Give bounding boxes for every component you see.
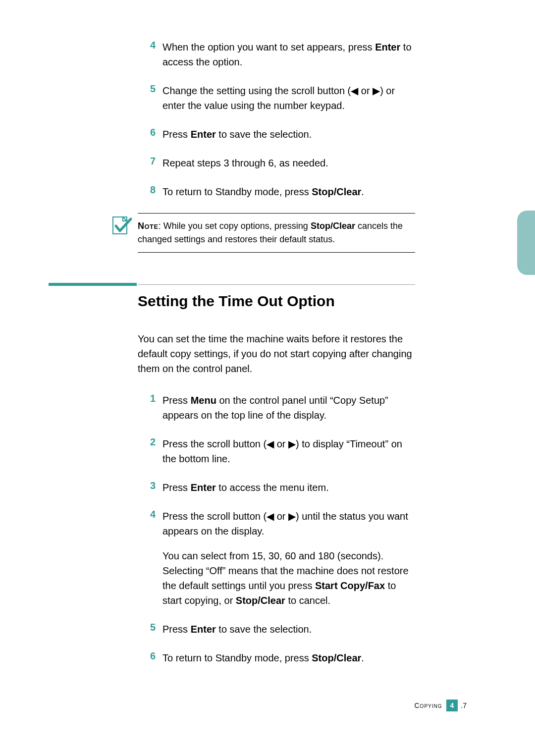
step-number: 6	[138, 650, 162, 665]
step-text: Press Enter to save the selection.	[162, 127, 415, 142]
note-body: : While you set copy options, pressing S…	[138, 221, 403, 244]
step-text: Press Enter to access the menu item.	[162, 480, 415, 495]
step-number: 7	[138, 156, 162, 170]
step-text: Repeat steps 3 through 6, as needed.	[162, 156, 415, 170]
note-label: Note	[138, 221, 159, 231]
intro-paragraph: You can set the time the machine waits b…	[138, 331, 415, 376]
step-text: Press Enter to save the selection.	[162, 622, 415, 637]
step-number: 3	[138, 480, 162, 495]
step-number: 2	[138, 436, 162, 466]
step-item: 4When the option you want to set appears…	[138, 40, 415, 69]
step-list-timeout: 1Press Menu on the control panel until “…	[138, 393, 415, 665]
step-item: 7Repeat steps 3 through 6, as needed.	[138, 156, 415, 170]
page-footer: Copying 4 .7	[415, 700, 470, 711]
step-item: 8To return to Standby mode, press Stop/C…	[138, 184, 415, 199]
step-item: 6To return to Standby mode, press Stop/C…	[138, 650, 415, 665]
step-item: 3Press Enter to access the menu item.	[138, 480, 415, 495]
thumb-tab	[517, 211, 535, 275]
step-item: 2Press the scroll button (◀ or ▶) to dis…	[138, 436, 415, 466]
section-heading: Setting the Time Out Option	[138, 293, 415, 310]
step-text: To return to Standby mode, press Stop/Cl…	[162, 650, 415, 665]
step-text: Change the setting using the scroll butt…	[162, 83, 415, 113]
step-text: Press Menu on the control panel until “C…	[162, 393, 415, 423]
note-checkmark-icon	[111, 215, 133, 237]
step-item: 4Press the scroll button (◀ or ▶) until …	[138, 509, 415, 608]
step-text: When the option you want to set appears,…	[162, 40, 415, 69]
step-item: 5Change the setting using the scroll but…	[138, 83, 415, 113]
step-text: Press the scroll button (◀ or ▶) until t…	[162, 509, 415, 608]
step-item: 5Press Enter to save the selection.	[138, 622, 415, 637]
step-number: 8	[138, 184, 162, 199]
step-number: 4	[138, 40, 162, 69]
heading-accent-bar	[49, 283, 137, 286]
note-block: Note: While you set copy options, pressi…	[138, 213, 415, 253]
step-number: 5	[138, 83, 162, 113]
page: 4When the option you want to set appears…	[0, 0, 535, 756]
step-item: 6Press Enter to save the selection.	[138, 127, 415, 142]
content-column: 4When the option you want to set appears…	[138, 40, 415, 679]
step-text: Press the scroll button (◀ or ▶) to disp…	[162, 436, 415, 466]
footer-section-label: Copying	[415, 702, 442, 709]
step-number: 1	[138, 393, 162, 423]
step-item: 1Press Menu on the control panel until “…	[138, 393, 415, 423]
footer-chapter-number: 4	[446, 700, 458, 711]
footer-page-number: .7	[458, 700, 470, 711]
step-number: 6	[138, 127, 162, 142]
step-list-continued: 4When the option you want to set appears…	[138, 40, 415, 199]
step-text: To return to Standby mode, press Stop/Cl…	[162, 184, 415, 199]
step-number: 5	[138, 622, 162, 637]
heading-rule	[138, 284, 415, 285]
step-number: 4	[138, 509, 162, 608]
